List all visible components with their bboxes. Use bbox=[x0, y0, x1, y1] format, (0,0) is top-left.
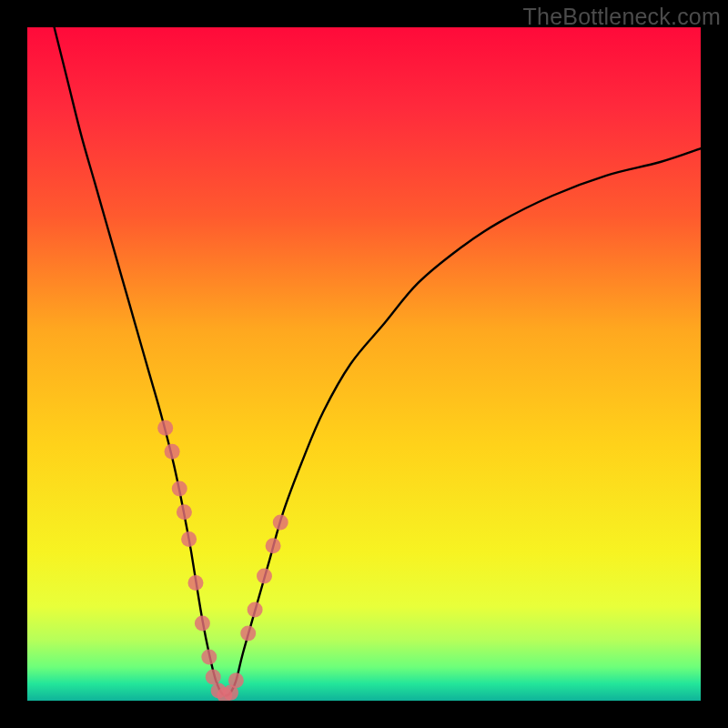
watermark-text: TheBottleneck.com bbox=[523, 4, 721, 30]
curve-marker bbox=[240, 626, 256, 642]
curve-marker bbox=[157, 420, 173, 436]
bottleneck-chart bbox=[27, 27, 701, 701]
curve-marker bbox=[273, 514, 288, 530]
curve-marker bbox=[188, 575, 204, 591]
plot-area bbox=[27, 27, 701, 701]
curve-marker bbox=[177, 504, 192, 520]
curve-marker bbox=[206, 670, 221, 685]
curve-marker bbox=[195, 615, 210, 631]
gradient-background bbox=[27, 27, 701, 701]
curve-marker bbox=[201, 649, 217, 664]
curve-marker bbox=[165, 444, 180, 460]
curve-marker bbox=[172, 480, 187, 496]
curve-marker bbox=[228, 672, 244, 688]
curve-marker bbox=[266, 538, 281, 553]
curve-marker bbox=[181, 531, 197, 547]
curve-marker bbox=[257, 569, 272, 584]
curve-marker bbox=[248, 602, 263, 618]
